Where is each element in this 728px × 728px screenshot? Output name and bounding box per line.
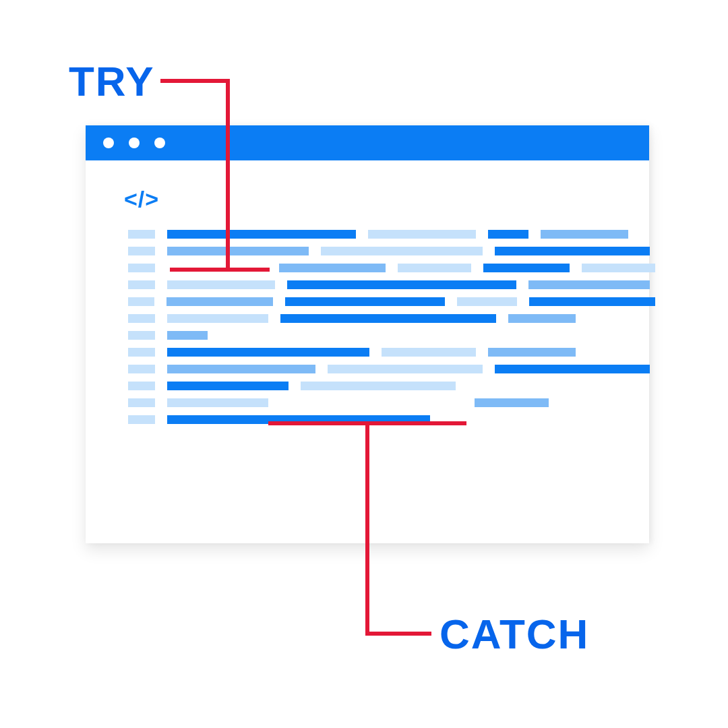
code-line xyxy=(128,398,655,407)
code-line xyxy=(128,314,655,323)
code-line xyxy=(128,382,655,390)
window-titlebar xyxy=(86,125,649,160)
code-brackets-icon: </> xyxy=(124,186,655,212)
code-line xyxy=(128,331,655,340)
window-dot-icon xyxy=(129,138,140,148)
code-line xyxy=(128,348,655,357)
code-content: </> xyxy=(128,186,655,432)
code-line xyxy=(128,297,655,306)
catch-label: CATCH xyxy=(439,610,589,658)
code-line xyxy=(128,230,655,239)
window-dot-icon xyxy=(103,138,114,148)
code-line xyxy=(128,247,655,255)
code-line xyxy=(128,365,655,373)
code-line xyxy=(128,264,655,272)
code-line xyxy=(128,415,655,424)
try-label: TRY xyxy=(69,57,155,105)
code-line xyxy=(128,280,655,289)
window-dot-icon xyxy=(154,138,165,148)
code-lines xyxy=(128,230,655,424)
